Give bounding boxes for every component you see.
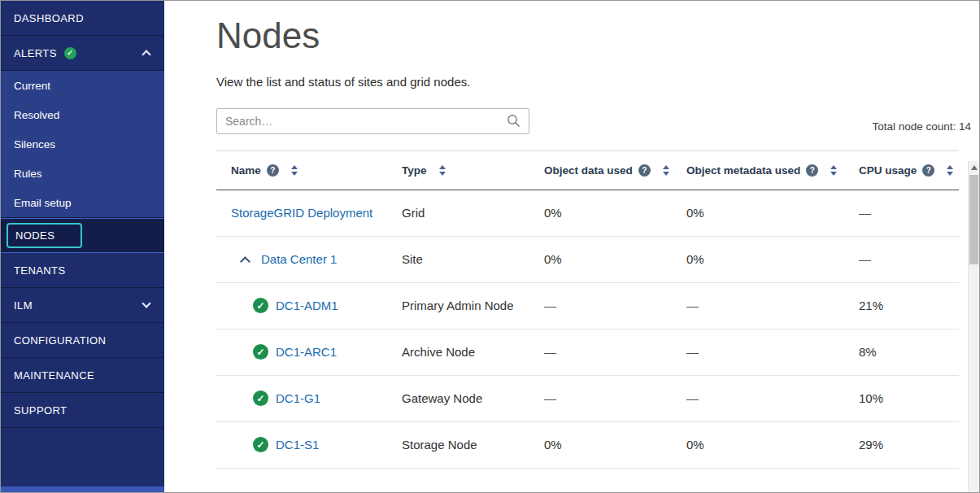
cpu-usage-value: — (859, 206, 959, 220)
sidebar-item-configuration[interactable]: CONFIGURATION (1, 323, 164, 358)
sidebar-item-alerts[interactable]: ALERTS (1, 36, 164, 71)
node-type: Grid (402, 206, 544, 220)
submenu-item-label: Rules (14, 168, 42, 180)
submenu-item-label: Silences (14, 138, 55, 151)
node-link[interactable]: StorageGRID Deployment (231, 206, 372, 220)
table-header-row: Name Type Object data used Object (216, 151, 959, 190)
sort-icon[interactable] (830, 165, 837, 176)
sidebar-bottom-strip (1, 486, 164, 492)
cpu-usage-value: 29% (859, 438, 959, 452)
submenu-item-label: Resolved (14, 109, 59, 121)
column-header-type[interactable]: Type (402, 164, 427, 177)
table-row: DC1-G1 Gateway Node — — 10% (216, 376, 959, 422)
object-metadata-used-value: 0% (686, 438, 859, 452)
selected-item-outline: NODES (7, 223, 82, 248)
sidebar-item-nodes[interactable]: NODES (1, 218, 164, 253)
alerts-status-check-icon (64, 47, 76, 59)
sidebar-item-support[interactable]: SUPPORT (1, 393, 164, 428)
table-row: DC1-S1 Storage Node 0% 0% 29% (216, 422, 959, 469)
submenu-item-label: Current (14, 80, 50, 92)
object-metadata-used-value: 0% (686, 252, 859, 266)
object-metadata-used-value: — (686, 345, 859, 359)
object-metadata-used-value: — (686, 391, 859, 405)
node-link[interactable]: Data Center 1 (261, 252, 337, 266)
sidebar-item-label: NODES (15, 229, 54, 242)
sidebar-item-maintenance[interactable]: MAINTENANCE (1, 358, 164, 393)
search-input[interactable] (217, 109, 498, 133)
sidebar-item-rules[interactable]: Rules (1, 159, 164, 188)
sidebar-item-label: ALERTS (14, 47, 57, 59)
node-link[interactable]: DC1-G1 (276, 391, 320, 405)
sidebar-item-label: ILM (14, 299, 33, 312)
node-link[interactable]: DC1-ADM1 (276, 299, 338, 312)
object-data-used-value: — (544, 391, 686, 405)
object-data-used-value: 0% (544, 206, 686, 220)
search-icon[interactable] (498, 109, 529, 133)
column-header-cpu-usage[interactable]: CPU usage (859, 164, 917, 177)
alerts-submenu: Current Resolved Silences Rules Email se… (1, 71, 164, 218)
node-link[interactable]: DC1-ARC1 (276, 345, 337, 359)
object-data-used-value: — (544, 299, 686, 312)
help-icon[interactable] (806, 164, 818, 177)
sort-icon[interactable] (439, 165, 446, 176)
sidebar-item-label: TENANTS (14, 264, 65, 277)
table-row: DC1-ADM1 Primary Admin Node — — 21% (216, 283, 959, 329)
page-subtitle: View the list and status of sites and gr… (216, 75, 979, 89)
table-row: Data Center 1 Site 0% 0% — (216, 237, 959, 283)
sort-icon[interactable] (291, 165, 298, 176)
chevron-down-icon (142, 299, 150, 308)
object-metadata-used-value: — (686, 299, 859, 312)
help-icon[interactable] (638, 164, 651, 177)
sidebar-item-dashboard[interactable]: DASHBOARD (1, 1, 164, 36)
sort-icon[interactable] (947, 165, 953, 176)
main-panel: Nodes View the list and status of sites … (164, 1, 979, 492)
status-check-icon (253, 344, 268, 360)
collapse-chevron-icon[interactable] (240, 256, 250, 267)
cpu-usage-value: 8% (859, 345, 959, 359)
column-header-object-data-used[interactable]: Object data used (544, 164, 633, 177)
node-type: Archive Node (402, 345, 544, 359)
table-row: DC1-ARC1 Archive Node — — 8% (216, 329, 959, 376)
node-type: Storage Node (402, 438, 544, 452)
help-icon[interactable] (267, 164, 279, 177)
status-check-icon (253, 390, 268, 406)
sidebar-item-label: SUPPORT (14, 404, 67, 417)
sidebar-item-current[interactable]: Current (1, 71, 164, 100)
nodes-table: Name Type Object data used Object (216, 151, 959, 469)
sidebar-item-silences[interactable]: Silences (1, 129, 164, 159)
submenu-item-label: Email setup (14, 197, 72, 209)
help-icon[interactable] (922, 164, 934, 177)
node-type: Gateway Node (402, 391, 544, 405)
object-data-used-value: 0% (544, 252, 686, 266)
sidebar-item-resolved[interactable]: Resolved (1, 100, 164, 129)
chevron-up-icon (142, 50, 150, 59)
scrollbar-thumb[interactable] (969, 175, 978, 264)
cpu-usage-value: 10% (859, 391, 959, 405)
page-title: Nodes (216, 15, 979, 57)
sidebar-item-label: DASHBOARD (14, 12, 84, 24)
cpu-usage-value: — (859, 252, 959, 266)
table-row: StorageGRID Deployment Grid 0% 0% — (216, 190, 959, 237)
node-link[interactable]: DC1-S1 (276, 438, 319, 452)
scrollbar-up-arrow[interactable] (969, 161, 979, 174)
total-node-count: Total node count: 14 (872, 120, 971, 134)
sidebar-item-email-setup[interactable]: Email setup (1, 188, 164, 217)
app-window: DASHBOARD ALERTS Current Resolved Silenc… (0, 0, 980, 493)
search-box (216, 108, 529, 134)
object-metadata-used-value: 0% (686, 206, 859, 220)
sidebar-item-ilm[interactable]: ILM (1, 288, 164, 323)
node-type: Primary Admin Node (402, 299, 544, 312)
sidebar-item-tenants[interactable]: TENANTS (1, 253, 164, 288)
sidebar-item-label: CONFIGURATION (14, 334, 106, 347)
scrollbar[interactable] (968, 161, 979, 492)
column-header-name[interactable]: Name (231, 164, 261, 177)
sort-icon[interactable] (663, 165, 669, 176)
cpu-usage-value: 21% (859, 299, 959, 312)
sidebar: DASHBOARD ALERTS Current Resolved Silenc… (1, 1, 164, 492)
object-data-used-value: 0% (544, 438, 686, 452)
column-header-object-metadata-used[interactable]: Object metadata used (686, 164, 800, 177)
status-check-icon (253, 437, 268, 452)
toolbar: Total node count: 14 (216, 108, 979, 134)
object-data-used-value: — (544, 345, 686, 359)
sidebar-item-label: MAINTENANCE (14, 369, 94, 382)
